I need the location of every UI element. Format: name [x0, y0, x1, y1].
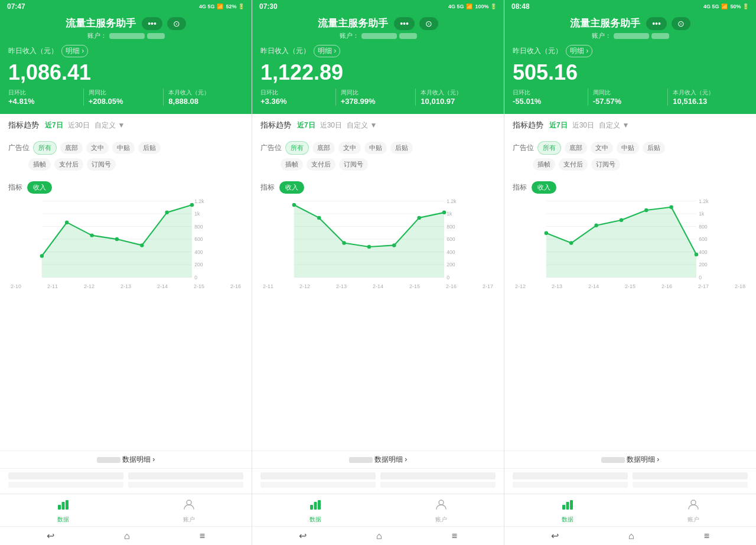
ad-tag-2[interactable]: 文中: [338, 142, 361, 154]
income-detail-btn[interactable]: 明细 ›: [314, 45, 340, 57]
income-detail-btn[interactable]: 明细 ›: [61, 45, 88, 57]
data-detail-text[interactable]: 数据明细 ›: [374, 455, 407, 464]
home-button[interactable]: ⌂: [124, 531, 130, 541]
ad-tag-4[interactable]: 后贴: [138, 142, 161, 154]
nav-tab-账户[interactable]: 账户: [630, 498, 756, 524]
tab-30days[interactable]: 近30日: [68, 120, 90, 130]
ad-tag-ext-1[interactable]: 支付后: [559, 158, 588, 171]
tab-30days[interactable]: 近30日: [320, 120, 342, 130]
data-detail[interactable]: 数据明细 ›: [0, 451, 252, 468]
more-button[interactable]: •••: [394, 17, 415, 30]
ad-tag-ext-2[interactable]: 订阅号: [87, 158, 116, 171]
nav-tab-账户[interactable]: 账户: [126, 498, 252, 524]
nav-tab-账户[interactable]: 账户: [378, 498, 504, 524]
income-detail-btn[interactable]: 明细 ›: [566, 45, 592, 57]
menu-button[interactable]: ≡: [704, 531, 709, 541]
ad-tag-4[interactable]: 后贴: [390, 142, 413, 154]
status-bar: 07:47 4G 5G 📶 52% 🔋: [0, 0, 252, 13]
chart-dot-2: [90, 234, 93, 237]
tab-custom[interactable]: 自定义 ▼: [347, 120, 377, 130]
tab-30days[interactable]: 近30日: [572, 120, 594, 130]
ad-tag-0[interactable]: 所有: [33, 141, 57, 155]
chart-dot-1: [317, 216, 321, 220]
ad-tag-ext-1[interactable]: 支付后: [307, 158, 335, 171]
chart-x-labels: 2-102-112-122-132-142-152-16: [8, 283, 243, 289]
x-label-2: 2-13: [336, 283, 347, 289]
scan-button[interactable]: ⊙: [419, 17, 438, 30]
ad-tag-3[interactable]: 中贴: [112, 142, 135, 154]
nav-icon-1: [435, 498, 448, 514]
stat-item-0: 日环比 +3.36%: [260, 89, 336, 106]
svg-rect-18: [310, 505, 313, 510]
back-button[interactable]: ↩: [551, 530, 559, 541]
ad-tag-3[interactable]: 中贴: [617, 142, 639, 154]
y-label-0: 1.2k: [699, 198, 709, 204]
metric-tag[interactable]: 收入: [27, 181, 52, 194]
chart-svg: 1.2k1k8006004002000: [8, 197, 243, 280]
nav-label-0: 数据: [57, 515, 69, 524]
data-detail-text[interactable]: 数据明细 ›: [627, 455, 659, 464]
data-detail[interactable]: 数据明细 ›: [504, 451, 756, 468]
nav-tab-数据[interactable]: 数据: [0, 498, 126, 524]
chart-dot-3: [367, 245, 371, 249]
tab-7days[interactable]: 近7日: [549, 120, 568, 130]
bottom-blur-2: [633, 472, 748, 479]
metric-tag[interactable]: 收入: [532, 181, 556, 194]
x-label-3: 2-13: [120, 283, 131, 289]
ad-tag-1[interactable]: 底部: [565, 142, 587, 154]
stat-item-0: 日环比 -55.01%: [513, 89, 588, 106]
more-button[interactable]: •••: [142, 17, 162, 30]
ad-tag-2[interactable]: 文中: [591, 142, 613, 154]
ad-tag-ext-0[interactable]: 插帧: [533, 158, 555, 171]
nav-tab-数据[interactable]: 数据: [504, 498, 630, 524]
ad-tag-ext-1[interactable]: 支付后: [54, 158, 83, 171]
x-label-5: 2-17: [698, 283, 709, 289]
menu-button[interactable]: ≡: [200, 531, 205, 541]
x-label-4: 2-15: [409, 283, 420, 289]
account-blur: [614, 33, 649, 39]
ad-tag-ext-2[interactable]: 订阅号: [591, 158, 620, 171]
x-label-2: 2-12: [84, 283, 94, 289]
ad-tag-0[interactable]: 所有: [285, 141, 309, 155]
chart-container: 1.2k1k8006004002000 2-112-122-132-142-15…: [260, 197, 496, 292]
income-stats: 日环比 -55.01% 周同比 -57.57% 本月收入（元） 10,516.1…: [513, 89, 748, 106]
home-button[interactable]: ⌂: [376, 531, 382, 541]
user-icon: [687, 498, 700, 511]
x-label-4: 2-14: [157, 283, 168, 289]
nav-label-0: 数据: [562, 515, 573, 524]
data-detail[interactable]: 数据明细 ›: [252, 451, 504, 468]
chart-dot-2: [594, 224, 598, 227]
ad-tag-1[interactable]: 底部: [312, 142, 335, 154]
x-label-5: 2-15: [194, 283, 204, 289]
more-button[interactable]: •••: [646, 17, 667, 30]
x-label-0: 2-12: [515, 283, 526, 289]
chart-dot-6: [695, 253, 698, 256]
ad-label: 广告位: [8, 143, 30, 153]
svg-rect-19: [314, 502, 317, 510]
menu-button[interactable]: ≡: [452, 531, 457, 541]
nav-tab-数据[interactable]: 数据: [252, 498, 378, 524]
home-button[interactable]: ⌂: [628, 531, 634, 541]
ad-tag-3[interactable]: 中贴: [364, 142, 387, 154]
tab-7days[interactable]: 近7日: [297, 120, 315, 130]
scan-button[interactable]: ⊙: [672, 17, 690, 30]
ad-tag-ext-0[interactable]: 插帧: [281, 158, 303, 171]
ad-tag-4[interactable]: 后贴: [643, 142, 665, 154]
tab-custom[interactable]: 自定义 ▼: [94, 120, 125, 130]
ad-tag-1[interactable]: 底部: [60, 142, 83, 154]
ad-tag-ext-2[interactable]: 订阅号: [339, 158, 368, 171]
metric-tag[interactable]: 收入: [279, 181, 304, 194]
ad-tag-0[interactable]: 所有: [537, 141, 561, 155]
back-button[interactable]: ↩: [47, 530, 54, 541]
bottom-blur-1: [513, 472, 628, 479]
ad-tag-ext-0[interactable]: 插帧: [28, 158, 51, 171]
metric-row: 指标 收入: [260, 181, 496, 194]
ad-tag-2[interactable]: 文中: [86, 142, 109, 154]
data-detail-text[interactable]: 数据明细 ›: [122, 455, 155, 464]
scan-button[interactable]: ⊙: [167, 17, 186, 30]
bottom-blur-2: [128, 472, 243, 479]
tab-7days[interactable]: 近7日: [45, 120, 63, 130]
back-button[interactable]: ↩: [299, 530, 307, 541]
stat-label-1: 周同比: [593, 89, 663, 97]
tab-custom[interactable]: 自定义 ▼: [599, 120, 629, 130]
